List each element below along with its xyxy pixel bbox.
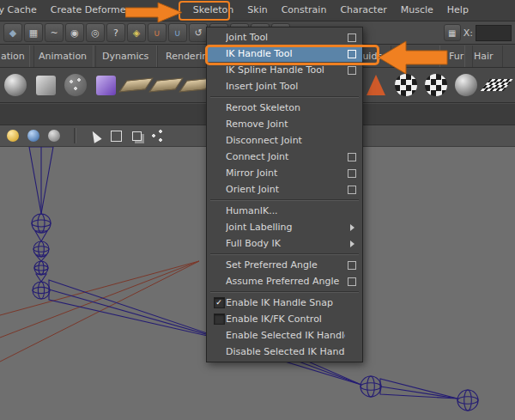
menu-item-set-preferred-angle[interactable]: Set Preferred Angle [207,257,362,273]
menu-item-label: Mirror Joint [226,167,345,179]
polygon-cube-icon[interactable] [32,71,59,99]
option-box-icon[interactable] [348,186,356,194]
menu-separator [210,199,359,201]
option-box-icon[interactable] [348,261,356,270]
menu-item-label: Reroot Skeleton [226,102,345,113]
menu-item-disconnect-joint[interactable]: Disconnect Joint [207,132,362,149]
magnet-red-icon[interactable]: ∪ [148,23,167,42]
selection-mask-icon[interactable]: ◆ [3,23,22,42]
menu-bar: ry CacheCreate DeformersSkeletonSkinCons… [0,0,515,21]
menu-item-enable-ik-handle-snap[interactable]: ✓Enable IK Handle Snap [207,295,362,311]
snap-curve-icon[interactable]: ~ [45,23,64,42]
grid-coord-icon[interactable]: ▦ [444,24,461,41]
menu-item-label: Orient Joint [226,184,345,195]
snap-grid-icon[interactable]: ▦ [24,23,43,42]
menu-item-disable-selected-ik-handles[interactable]: Disable Selected IK Handles [207,344,362,360]
menu-item-label: Connect Joint [226,151,345,162]
menu-item-connect-joint[interactable]: Connect Joint [207,149,362,165]
menu-item-joint-tool[interactable]: Joint Tool [207,29,362,46]
check-column: ✓ [212,297,226,308]
checker-sphere-2-icon[interactable] [422,71,450,99]
option-box-icon[interactable] [348,50,356,58]
menu-item-label: Enable Selected IK Handles [226,330,345,341]
coord-input[interactable] [476,25,512,41]
submenu-arrow-icon [350,224,354,231]
option-box-icon[interactable] [348,169,356,178]
option-column [345,224,359,231]
connections-icon[interactable] [149,128,165,143]
option-column [345,277,359,286]
menu-item-label: Joint Tool [226,32,345,43]
option-column [345,153,359,161]
polygon-plane-icon[interactable] [122,71,149,99]
option-column [345,261,359,270]
shelf-tab-animation[interactable]: Animation [29,46,96,67]
menu-item-label: Joint Labelling [226,222,345,233]
menu-item-ik-handle-tool[interactable]: IK Handle Tool [207,46,362,62]
menu-item-ik-spline-handle-tool[interactable]: IK Spline Handle Tool [207,62,362,78]
shaded-sphere-blue-icon[interactable] [26,128,41,143]
option-box-icon[interactable] [348,277,356,286]
menu-item-enable-ik-fk-control[interactable]: Enable IK/FK Control [207,311,362,327]
option-column [345,33,359,42]
menu-item-label: IK Handle Tool [226,48,345,59]
menu-item-humanik[interactable]: HumanIK... [207,203,362,219]
texture-sphere-icon[interactable] [452,71,480,99]
select-tool-icon[interactable] [88,128,103,143]
snap-point-icon[interactable]: ◉ [65,23,84,42]
option-column [345,240,359,247]
option-box-icon[interactable] [348,153,356,161]
snap-view-icon[interactable]: ◎ [86,23,105,42]
checkbox-checked-icon[interactable]: ✓ [214,297,225,308]
shaded-sphere-gray-icon[interactable] [46,128,62,143]
option-box-icon[interactable] [348,33,356,42]
option-box-icon[interactable] [348,66,356,75]
menu-separator [210,253,359,255]
menu-item-label: Set Preferred Angle [226,259,345,271]
layers-icon[interactable] [129,128,144,143]
menu-help[interactable]: Help [440,0,476,21]
maya-window: ry CacheCreate DeformersSkeletonSkinCons… [0,0,515,420]
joint-cone-icon[interactable] [362,71,390,99]
coord-label: X: [464,27,473,39]
menu-item-assume-preferred-angle[interactable]: Assume Preferred Angle [207,273,362,289]
polygon-cube-purple-icon[interactable] [92,71,119,99]
lock-icon[interactable]: ◈ [127,23,146,42]
menu-skeleton[interactable]: Skeleton [186,0,241,21]
checker-plane-icon[interactable] [482,71,510,99]
menu-item-mirror-joint[interactable]: Mirror Joint [207,165,362,181]
menu-item-orient-joint[interactable]: Orient Joint [207,181,362,198]
menu-item-label: Assume Preferred Angle [226,276,345,287]
shaded-sphere-yellow-icon[interactable] [5,128,21,143]
wireframe-cube-icon[interactable] [108,128,124,143]
shelf-tab-dynamics[interactable]: Dynamics [93,46,158,67]
menu-constrain[interactable]: Constrain [275,0,334,21]
shelf-tab-hair[interactable]: Hair [464,46,503,67]
menu-create-deformers[interactable]: Create Deformers [44,0,142,21]
menu-separator [210,291,359,293]
submenu-arrow-icon [350,240,354,247]
menu-item-joint-labelling[interactable]: Joint Labelling [207,219,362,235]
checker-sphere-icon[interactable] [392,71,420,99]
menu-ry-cache[interactable]: ry Cache [0,0,44,21]
menu-item-label: Insert Joint Tool [226,81,345,92]
menu-item-label: Disable Selected IK Handles [226,346,345,357]
menu-item-full-body-ik[interactable]: Full Body IK [207,235,362,252]
menu-character[interactable]: Character [333,0,393,21]
menu-skin[interactable]: Skin [240,0,274,21]
checkbox-unchecked-icon[interactable] [214,313,225,325]
coordinate-field: ▦ X: [444,24,512,41]
menu-item-remove-joint[interactable]: Remove Joint [207,116,362,132]
polygon-plane-2-icon[interactable] [152,71,179,99]
help-icon[interactable]: ? [106,23,125,42]
polygon-sphere-icon[interactable] [2,71,29,99]
particle-tool-icon[interactable] [62,71,89,99]
menu-item-label: Full Body IK [226,238,345,249]
magnet-blue-icon[interactable]: ∪ [168,23,187,42]
history-icon[interactable]: ↺ [189,23,208,42]
menu-item-enable-selected-ik-handles[interactable]: Enable Selected IK Handles [207,327,362,344]
menu-item-label: IK Spline Handle Tool [226,64,345,76]
menu-item-reroot-skeleton[interactable]: Reroot Skeleton [207,100,362,116]
menu-item-insert-joint-tool[interactable]: Insert Joint Tool [207,78,362,94]
menu-muscle[interactable]: Muscle [394,0,440,21]
